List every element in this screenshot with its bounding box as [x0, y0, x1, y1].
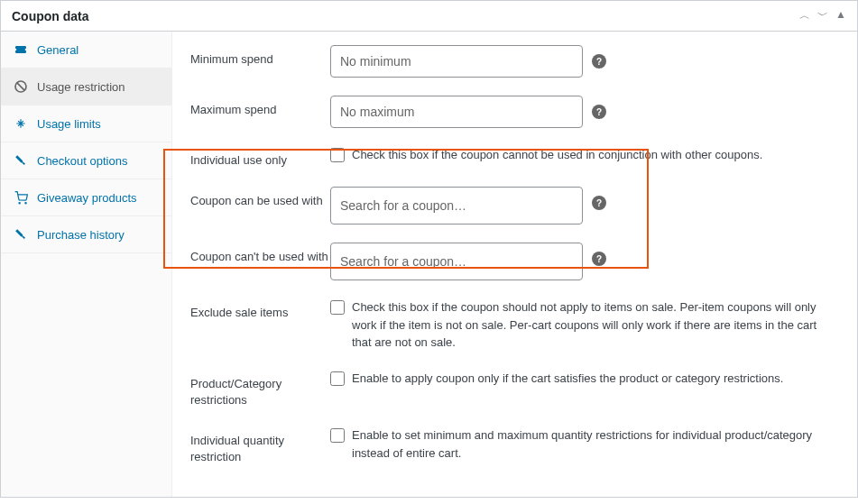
sidebar-item-purchase-history[interactable]: Purchase history — [1, 216, 171, 253]
row-exclude-sale: Exclude sale items Check this box if the… — [190, 298, 839, 352]
coupon-data-panel: Coupon data ︿ ﹀ ▲ General Usage restrict… — [0, 0, 858, 498]
sidebar-item-checkout-options[interactable]: Checkout options — [1, 142, 171, 179]
panel-header: Coupon data ︿ ﹀ ▲ — [1, 1, 857, 32]
svg-point-2 — [19, 202, 20, 203]
help-icon[interactable]: ? — [592, 54, 606, 69]
help-icon[interactable]: ? — [592, 252, 606, 266]
limits-icon — [14, 116, 28, 131]
label-exclude-sale: Exclude sale items — [190, 298, 330, 321]
sidebar-item-label: Usage limits — [37, 117, 101, 131]
row-individual-use: Individual use only Check this box if th… — [190, 146, 839, 169]
ticket-icon — [14, 42, 28, 57]
ban-icon — [14, 79, 28, 94]
sidebar-item-giveaway-products[interactable]: Giveaway products — [1, 179, 171, 216]
wrench-icon — [14, 153, 28, 168]
desc-ind-qty[interactable]: Enable to set minimum and maximum quanti… — [352, 426, 839, 462]
row-prod-cat: Product/Category restrictions Enable to … — [190, 370, 839, 408]
input-not-used-with[interactable] — [330, 243, 583, 280]
label-not-used-with: Coupon can't be used with — [190, 243, 330, 265]
sidebar-item-usage-limits[interactable]: Usage limits — [1, 105, 171, 142]
label-minimum-spend: Minimum spend — [190, 45, 330, 68]
input-used-with[interactable] — [330, 187, 583, 225]
label-individual-use: Individual use only — [190, 146, 330, 169]
svg-point-3 — [24, 202, 25, 203]
checkbox-prod-cat[interactable] — [330, 371, 345, 386]
label-ind-qty: Individual quantity restriction — [190, 426, 330, 465]
wrench-icon — [14, 227, 28, 242]
svg-line-1 — [17, 83, 25, 91]
panel-title: Coupon data — [12, 9, 89, 23]
sidebar-item-usage-restriction[interactable]: Usage restriction — [1, 69, 171, 105]
help-icon[interactable]: ? — [592, 105, 606, 119]
sidebar-item-label: Usage restriction — [37, 80, 125, 94]
input-maximum-spend[interactable] — [330, 96, 583, 128]
cart-icon — [14, 190, 28, 205]
panel-header-controls: ︿ ﹀ ▲ — [799, 8, 846, 23]
toggle-collapse-icon[interactable]: ▲ — [835, 8, 846, 23]
desc-exclude-sale[interactable]: Check this box if the coupon should not … — [352, 298, 839, 352]
move-down-icon[interactable]: ﹀ — [817, 8, 828, 23]
desc-individual-use[interactable]: Check this box if the coupon cannot be u… — [352, 146, 762, 164]
content-area: Minimum spend ? Maximum spend ? Individu… — [172, 32, 857, 497]
input-minimum-spend[interactable] — [330, 45, 583, 78]
panel-body: General Usage restriction Usage limits C… — [1, 32, 857, 497]
row-minimum-spend: Minimum spend ? — [190, 45, 839, 78]
checkbox-exclude-sale[interactable] — [330, 300, 345, 315]
sidebar: General Usage restriction Usage limits C… — [1, 32, 172, 497]
checkbox-individual-use[interactable] — [330, 148, 345, 162]
desc-prod-cat[interactable]: Enable to apply coupon only if the cart … — [352, 370, 783, 388]
move-up-icon[interactable]: ︿ — [799, 8, 810, 23]
label-used-with: Coupon can be used with — [190, 187, 330, 209]
label-prod-cat: Product/Category restrictions — [190, 370, 330, 408]
sidebar-item-label: Giveaway products — [37, 191, 137, 205]
sidebar-item-general[interactable]: General — [1, 32, 171, 69]
checkbox-ind-qty[interactable] — [330, 428, 345, 443]
label-maximum-spend: Maximum spend — [190, 96, 330, 118]
sidebar-item-label: General — [37, 43, 78, 57]
sidebar-item-label: Purchase history — [37, 228, 125, 242]
row-ind-qty: Individual quantity restriction Enable t… — [190, 426, 839, 465]
row-not-used-with: Coupon can't be used with ? — [190, 243, 839, 280]
row-maximum-spend: Maximum spend ? — [190, 96, 839, 128]
sidebar-item-label: Checkout options — [37, 154, 127, 168]
row-used-with: Coupon can be used with ? — [190, 187, 839, 225]
help-icon[interactable]: ? — [592, 196, 606, 210]
